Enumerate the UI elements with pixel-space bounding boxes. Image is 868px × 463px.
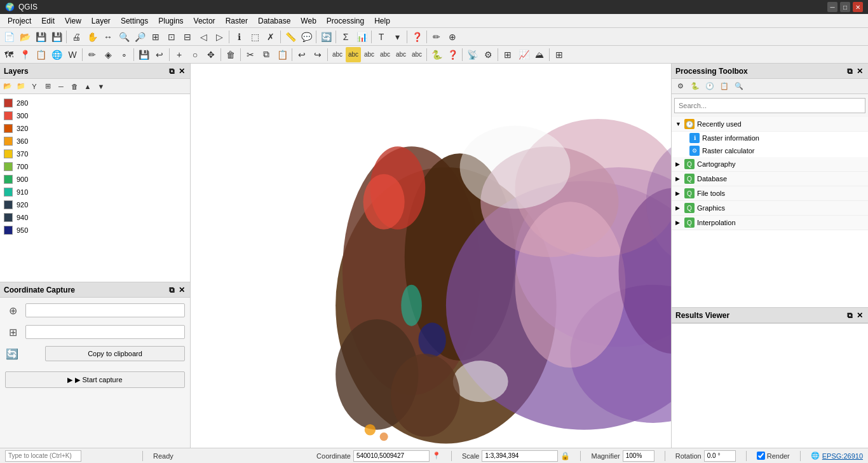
digitize-button[interactable]: ✏ <box>429 29 444 45</box>
terrain-button[interactable]: ⛰ <box>532 47 547 62</box>
digitize-node-button[interactable]: ◈ <box>100 47 116 62</box>
gps-tools-button[interactable]: ⚙ <box>480 47 496 62</box>
delete-selected-button[interactable]: 🗑 <box>223 47 238 62</box>
redo-button[interactable]: ↪ <box>310 47 325 62</box>
rotation-input[interactable] <box>704 450 736 462</box>
layer-item-920[interactable]: 920 <box>0 198 190 211</box>
layer-item-320[interactable]: 320 <box>0 122 190 135</box>
stats-button[interactable]: 📊 <box>354 29 369 45</box>
cartography-group[interactable]: ▶ Q Cartography <box>672 157 868 172</box>
coord-input-2[interactable] <box>25 325 185 339</box>
layers-float-button[interactable]: ⧉ <box>168 66 176 76</box>
recently-used-group[interactable]: ▼ 🕐 Recently used <box>672 117 868 132</box>
results-float-button[interactable]: ⧉ <box>846 310 854 321</box>
menu-item-settings[interactable]: Settings <box>116 15 153 27</box>
save-project-button[interactable]: 💾 <box>33 29 48 45</box>
zoom-full-button[interactable]: ⊞ <box>148 29 163 45</box>
refresh-button[interactable]: 🔄 <box>318 29 334 45</box>
undo-button[interactable]: ↩ <box>294 47 309 62</box>
scale-input[interactable] <box>482 450 558 462</box>
maximize-button[interactable]: □ <box>840 2 850 12</box>
processing-close-button[interactable]: ✕ <box>855 66 864 76</box>
menu-item-layer[interactable]: Layer <box>86 15 116 27</box>
menu-item-processing[interactable]: Processing <box>322 15 369 27</box>
label-dropdown-button[interactable]: ▾ <box>390 29 405 45</box>
print-composer-button[interactable]: 🖨 <box>69 29 84 45</box>
menu-item-help[interactable]: Help <box>369 15 395 27</box>
menu-item-project[interactable]: Project <box>3 15 36 27</box>
render-checkbox[interactable] <box>757 452 765 460</box>
help2-button[interactable]: ❓ <box>445 47 460 62</box>
pan-map-button[interactable]: ✋ <box>85 29 100 45</box>
pan-map-arrow-button[interactable]: ↔ <box>100 29 116 45</box>
move-feature-button[interactable]: ✥ <box>203 47 219 62</box>
layer-item-940[interactable]: 940 <box>0 211 190 224</box>
save-edits-button[interactable]: 💾 <box>136 47 151 62</box>
locate-input[interactable] <box>5 450 81 462</box>
layer-item-700[interactable]: 700 <box>0 160 190 173</box>
processing-float-button[interactable]: ⧉ <box>846 66 854 76</box>
layers-close-button[interactable]: ✕ <box>177 66 186 76</box>
copy-clipboard-button[interactable]: Copy to clipboard <box>45 346 185 361</box>
save-as-button[interactable]: 💾 <box>49 29 64 45</box>
add-vector-button[interactable]: 📍 <box>17 47 32 62</box>
filter-layer-button[interactable]: Y <box>28 80 41 93</box>
layer-item-300[interactable]: 300 <box>0 109 190 122</box>
processing-python-button[interactable]: 🐍 <box>689 80 702 93</box>
minimize-button[interactable]: ─ <box>827 2 837 12</box>
cut-feature-button[interactable]: ✂ <box>243 47 258 62</box>
label-style-button[interactable]: abc <box>346 47 361 62</box>
raster-info-item[interactable]: ℹ Raster information <box>672 132 868 144</box>
add-feature-button[interactable]: + <box>172 47 187 62</box>
menu-item-edit[interactable]: Edit <box>36 15 60 27</box>
python-button[interactable]: 🐍 <box>429 47 444 62</box>
layer-item-280[interactable]: 280 <box>0 97 190 109</box>
add-raster-button[interactable]: 🗺 <box>1 47 17 62</box>
magnifier-input[interactable] <box>623 450 654 462</box>
copy-feature-button[interactable]: ⧉ <box>259 47 274 62</box>
processing-history-button[interactable]: 🕐 <box>703 80 716 93</box>
processing-results-button[interactable]: 📋 <box>718 80 731 93</box>
label-pin-button[interactable]: abc <box>409 47 424 62</box>
collapse-all-button[interactable]: ─ <box>55 80 67 93</box>
layer-item-900[interactable]: 900 <box>0 173 190 186</box>
add-csv-button[interactable]: 📋 <box>33 47 48 62</box>
label-button[interactable]: T <box>374 29 389 45</box>
close-button[interactable]: ✕ <box>853 2 863 12</box>
layer-item-950[interactable]: 950 <box>0 224 190 237</box>
zoom-last-button[interactable]: ◁ <box>196 29 211 45</box>
interpolation-group[interactable]: ▶ Q Interpolation <box>672 216 868 230</box>
layer-item-360[interactable]: 360 <box>0 135 190 148</box>
menu-item-database[interactable]: Database <box>253 15 295 27</box>
edit-toggle-button[interactable]: ✏ <box>85 47 100 62</box>
identify-button[interactable]: ℹ <box>231 29 247 45</box>
move-up-button[interactable]: ▲ <box>81 80 94 93</box>
add-ring-button[interactable]: ○ <box>187 47 203 62</box>
expand-all-button[interactable]: ⊞ <box>41 80 54 93</box>
map-canvas[interactable] <box>191 64 671 448</box>
edit-point-button[interactable]: ∘ <box>116 47 132 62</box>
label-move-button[interactable]: abc <box>377 47 393 62</box>
menu-item-vector[interactable]: Vector <box>189 15 220 27</box>
graphics-group[interactable]: ▶ Q Graphics <box>672 201 868 216</box>
measure-button[interactable]: 📏 <box>283 29 298 45</box>
rollback-button[interactable]: ↩ <box>152 47 167 62</box>
label-abc-button[interactable]: abc <box>330 47 345 62</box>
coord-button[interactable]: ⊕ <box>445 29 460 45</box>
grid-button[interactable]: ⊞ <box>552 47 567 62</box>
database-group[interactable]: ▶ Q Database <box>672 172 868 186</box>
zoom-out-button[interactable]: 🔎 <box>132 29 147 45</box>
zoom-selection-button[interactable]: ⊟ <box>180 29 195 45</box>
layer-item-370[interactable]: 370 <box>0 148 190 160</box>
help-button[interactable]: ❓ <box>409 29 424 45</box>
layer-item-910[interactable]: 910 <box>0 186 190 198</box>
epsg-label[interactable]: EPSG:26910 <box>822 452 863 460</box>
zoom-in-button[interactable]: 🔍 <box>116 29 132 45</box>
coord-input-1[interactable] <box>25 303 185 317</box>
menu-item-view[interactable]: View <box>60 15 86 27</box>
processing-settings-button[interactable]: ⚙ <box>674 80 687 93</box>
profile-button[interactable]: 📈 <box>516 47 531 62</box>
add-group-button[interactable]: 📁 <box>15 80 27 93</box>
geo-ref-button[interactable]: ⊞ <box>500 47 515 62</box>
map-tips-button[interactable]: 💬 <box>299 29 314 45</box>
